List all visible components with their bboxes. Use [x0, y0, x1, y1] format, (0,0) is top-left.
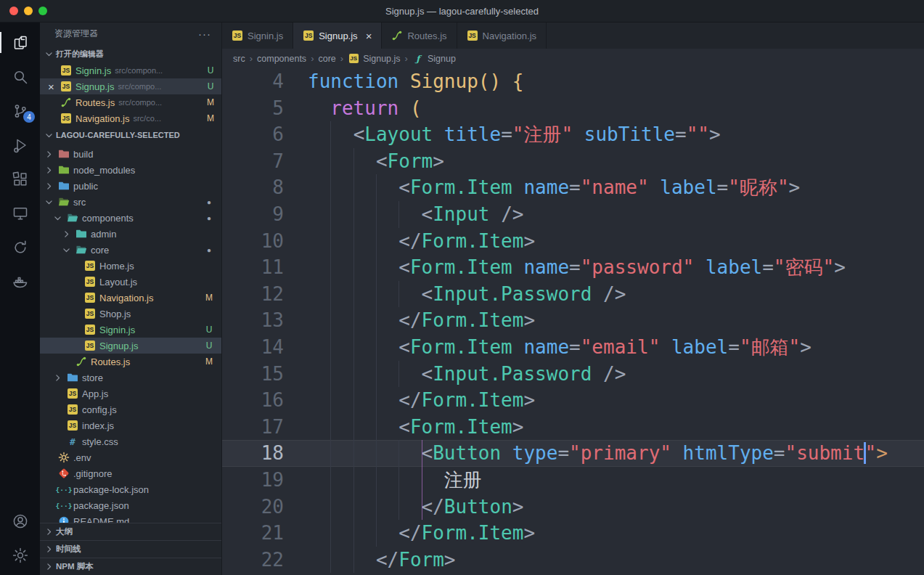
line-content: </Form>: [303, 547, 924, 574]
tab-navigation-js[interactable]: JSNavigation.js: [457, 23, 547, 49]
tree-item-gitignore[interactable]: .gitignore: [40, 465, 221, 481]
tree-item-config-js[interactable]: JSconfig.js: [40, 401, 221, 417]
minimize-button[interactable]: [24, 7, 33, 15]
breadcrumb-item-core[interactable]: core: [318, 54, 335, 64]
breadcrumb-item-signup[interactable]: ƒSignup: [412, 53, 456, 65]
tree-item-public[interactable]: public: [40, 178, 221, 194]
code-line-16[interactable]: 16 </Form.Item>: [222, 387, 924, 414]
js-file-icon: JS: [60, 113, 72, 124]
tree-item-node-modules[interactable]: node_modules: [40, 162, 221, 178]
code-line-11[interactable]: 11 <Form.Item name="password" label="密码"…: [222, 254, 924, 281]
code-editor[interactable]: 4function Signup() {5 return (6 <Layout …: [222, 68, 924, 575]
open-editor-signin-js[interactable]: JSSignin.jssrc/compon...U: [40, 62, 221, 78]
search-button[interactable]: [0, 60, 40, 94]
tree-item-build[interactable]: build: [40, 146, 221, 162]
code-line-17[interactable]: 17 <Form.Item>: [222, 414, 924, 441]
close-icon[interactable]: ×: [366, 30, 372, 41]
line-content: <Button type="primary" htmlType="submit"…: [303, 440, 924, 467]
folder-icon: [58, 196, 70, 208]
js-file-icon: JS: [84, 308, 96, 319]
code-line-6[interactable]: 6 <Layout title="注册" subTitle="">: [222, 121, 924, 148]
file-path: src/compo...: [118, 98, 202, 107]
open-editor-routes-js[interactable]: Routes.jssrc/compo...M: [40, 94, 221, 110]
code-line-22[interactable]: 22 </Form>: [222, 547, 924, 574]
code-line-7[interactable]: 7 <Form>: [222, 148, 924, 175]
tree-item-env[interactable]: .env: [40, 449, 221, 465]
tree-item-package-json[interactable]: {··}package.json: [40, 497, 221, 513]
settings-button[interactable]: [0, 538, 40, 572]
account-button[interactable]: [0, 504, 40, 538]
chevron-spacer: [52, 436, 63, 447]
sidebar-panel-timeline[interactable]: 时间线: [40, 540, 221, 558]
tree-item-signin-js[interactable]: JSSignin.jsU: [40, 322, 221, 338]
run-debug-button[interactable]: [0, 128, 40, 162]
code-line-19[interactable]: 19 注册: [222, 467, 924, 494]
tree-item-shop-js[interactable]: JSShop.js: [40, 306, 221, 322]
activity-bar-bottom: [0, 504, 40, 575]
chevron-right-icon: ›: [250, 53, 253, 64]
open-editors-header[interactable]: 打开的编辑器: [40, 45, 221, 62]
line-number: 16: [222, 387, 303, 414]
source-control-button[interactable]: 4: [0, 94, 40, 128]
tree-item-components[interactable]: components●: [40, 210, 221, 226]
tree-item-home-js[interactable]: JSHome.js: [40, 258, 221, 274]
tree-item-navigation-js[interactable]: JSNavigation.jsM: [40, 290, 221, 306]
code-line-15[interactable]: 15 <Input.Password />: [222, 361, 924, 388]
tab-signup-js[interactable]: JSSignup.js×: [293, 23, 382, 49]
code-line-14[interactable]: 14 <Form.Item name="email" label="邮箱">: [222, 334, 924, 361]
open-editor-navigation-js[interactable]: JSNavigation.jssrc/co...M: [40, 110, 221, 126]
tree-item-layout-js[interactable]: JSLayout.js: [40, 274, 221, 290]
tree-item-style-css[interactable]: #style.css: [40, 433, 221, 449]
tree-item-label: components: [82, 213, 134, 224]
docker-button[interactable]: [0, 264, 40, 298]
code-line-18[interactable]: 18 <Button type="primary" htmlType="subm…: [222, 440, 924, 467]
js-file-icon: JS: [67, 420, 78, 431]
window-controls: [9, 0, 47, 22]
code-line-13[interactable]: 13 </Form.Item>: [222, 307, 924, 334]
remote-explorer-button[interactable]: [0, 196, 40, 230]
sync-button[interactable]: [0, 230, 40, 264]
tree-item-app-js[interactable]: JSApp.js: [40, 386, 221, 401]
extensions-button[interactable]: [0, 162, 40, 196]
sidebar-panel-outline[interactable]: 大纲: [40, 523, 221, 540]
line-content: <Input.Password />: [303, 361, 924, 388]
tree-item-signup-js[interactable]: JSSignup.jsU: [40, 338, 221, 354]
code-line-10[interactable]: 10 </Form.Item>: [222, 228, 924, 255]
sidebar-panel-npm-scripts[interactable]: NPM 脚本: [40, 558, 221, 575]
breadcrumb-item-signup-js[interactable]: JSSignup.js: [348, 53, 400, 65]
panel-label: 大纲: [56, 526, 73, 537]
open-editor-signup-js[interactable]: ×JSSignup.jssrc/compo...U: [40, 78, 221, 94]
line-content: <Input.Password />: [303, 281, 924, 308]
sidebar-title: 资源管理器: [54, 28, 98, 40]
code-line-4[interactable]: 4function Signup() {: [222, 68, 924, 95]
tree-item-routes-js[interactable]: Routes.jsM: [40, 354, 221, 370]
code-line-12[interactable]: 12 <Input.Password />: [222, 281, 924, 308]
zoom-button[interactable]: [38, 7, 47, 15]
modified-dot-badge: ●: [204, 246, 214, 254]
close-button[interactable]: [9, 7, 18, 15]
code-line-20[interactable]: 20 </Button>: [222, 494, 924, 521]
line-number: 21: [222, 520, 303, 547]
project-header[interactable]: LAGOU-CAREFULLY-SELECTED: [40, 126, 221, 144]
more-actions-icon[interactable]: ···: [198, 28, 211, 40]
code-line-21[interactable]: 21 </Form.Item>: [222, 520, 924, 547]
tree-item-index-js[interactable]: JSindex.js: [40, 417, 221, 433]
tab-signin-js[interactable]: JSSignin.js: [222, 23, 293, 49]
tree-item-admin[interactable]: admin: [40, 226, 221, 242]
close-icon[interactable]: ×: [46, 81, 57, 92]
tree-item-readme-md[interactable]: README.md: [40, 513, 221, 523]
tree-item-store[interactable]: store: [40, 370, 221, 386]
breadcrumb-item-components[interactable]: components: [257, 54, 306, 64]
js-file-icon: JS: [84, 324, 96, 335]
tree-item-src[interactable]: src●: [40, 194, 221, 210]
code-line-9[interactable]: 9 <Input />: [222, 201, 924, 228]
tree-item-package-lock-json[interactable]: {··}package-lock.json: [40, 481, 221, 497]
breadcrumb-item-src[interactable]: src: [233, 54, 245, 64]
workbench: 4 资源管理器 ··· 打开的编辑器 JSSignin.jssrc/compon…: [0, 23, 924, 575]
tree-item-core[interactable]: core●: [40, 242, 221, 258]
code-line-8[interactable]: 8 <Form.Item name="name" label="昵称">: [222, 174, 924, 201]
tab-routes-js[interactable]: Routes.js: [382, 23, 457, 49]
code-line-5[interactable]: 5 return (: [222, 95, 924, 122]
explorer-button[interactable]: [0, 25, 40, 60]
file-path: src/compon...: [115, 66, 202, 75]
